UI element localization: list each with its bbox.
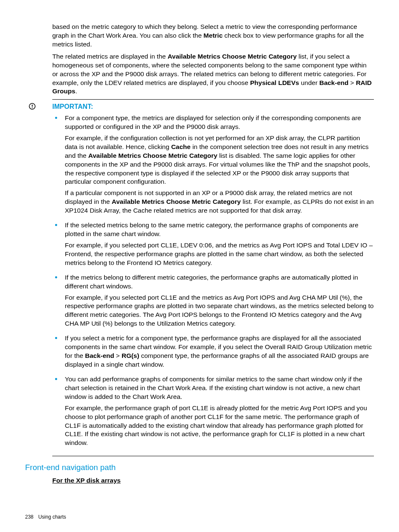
important-icon	[29, 102, 52, 112]
bold: Back-end	[319, 79, 348, 86]
text: For a component type, the metrics are di…	[65, 114, 374, 131]
text: If you select a metric for a component t…	[65, 334, 374, 369]
text: For example, if you selected port CL1E, …	[65, 241, 374, 267]
list-item: If you select a metric for a component t…	[52, 334, 374, 369]
page-number: 238	[25, 514, 33, 520]
text: You can add performance graphs of compon…	[65, 375, 374, 401]
list-item: If the metrics belong to different metri…	[52, 273, 374, 329]
footer-title: Using charts	[38, 514, 66, 520]
list-item: For a component type, the metrics are di…	[52, 114, 374, 215]
text: For example, if you selected port CL1E a…	[65, 293, 374, 329]
svg-point-2	[32, 108, 33, 108]
divider	[52, 99, 374, 100]
text: under	[299, 79, 319, 86]
important-list: For a component type, the metrics are di…	[52, 114, 374, 447]
divider	[52, 456, 374, 456]
important-block: IMPORTANT: For a component type, the met…	[52, 102, 374, 453]
list-item: If the selected metrics belong to the sa…	[52, 221, 374, 267]
text: The related metrics are displayed in the	[52, 53, 168, 60]
text: For example, the performance graph of po…	[65, 404, 374, 448]
important-label: IMPORTANT:	[52, 102, 374, 111]
text: If the selected metrics belong to the sa…	[65, 221, 374, 239]
text: If a particular component is not support…	[65, 189, 374, 215]
page-footer: 238 Using charts	[25, 514, 66, 520]
text: For example, if the configuration collec…	[65, 134, 374, 187]
body-content: based on the metric category to which th…	[52, 23, 374, 485]
list-item: You can add performance graphs of compon…	[52, 375, 374, 447]
text: .	[75, 87, 77, 95]
intro-p1: based on the metric category to which th…	[52, 23, 374, 49]
bold: Available Metrics Choose Metric Category	[168, 53, 297, 60]
sub-heading: For the XP disk arrays	[52, 476, 374, 485]
text: If the metrics belong to different metri…	[65, 273, 374, 291]
text: >	[348, 79, 356, 86]
section-heading: Front-end navigation path	[25, 462, 374, 473]
intro-p2: The related metrics are displayed in the…	[52, 52, 374, 96]
bold: Metric	[204, 32, 223, 39]
bold: Physical LDEVs	[250, 79, 299, 86]
